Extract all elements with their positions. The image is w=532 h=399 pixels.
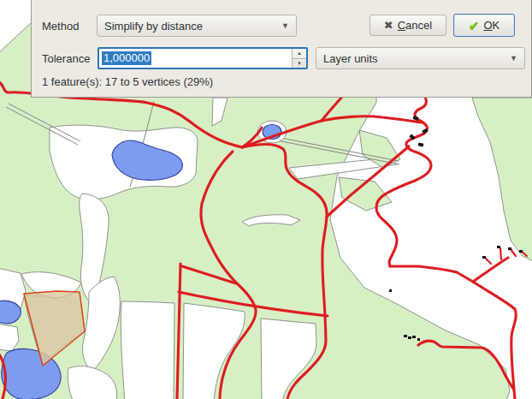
units-dropdown[interactable]: Layer units ▼: [316, 47, 525, 69]
method-dropdown[interactable]: Simplify by distance ▼: [97, 15, 297, 37]
spin-up-icon[interactable]: ▲: [293, 49, 306, 59]
status-text: 1 feature(s): 17 to 5 vertices (29%): [42, 75, 213, 88]
ok-button[interactable]: ✔ OK: [453, 14, 515, 37]
ok-button-label: OK: [483, 19, 499, 32]
application-window: Method Simplify by distance ▼ ✖ Cancel ✔…: [0, 0, 532, 399]
tolerance-value: 1,000000: [102, 51, 151, 65]
tolerance-spinbox[interactable]: 1,000000 ▲ ▼: [98, 47, 308, 69]
units-dropdown-value: Layer units: [323, 52, 505, 65]
cancel-button[interactable]: ✖ Cancel: [369, 15, 446, 36]
chevron-down-icon: ▼: [281, 21, 289, 30]
cancel-button-label: Cancel: [398, 19, 432, 32]
method-dropdown-value: Simplify by distance: [104, 20, 276, 33]
method-label: Method: [42, 20, 79, 33]
spin-down-icon[interactable]: ▼: [293, 59, 306, 68]
simplify-feature-dialog: Method Simplify by distance ▼ ✖ Cancel ✔…: [31, 0, 532, 98]
cross-icon: ✖: [384, 19, 393, 32]
tolerance-label: Tolerance: [42, 52, 90, 65]
check-icon: ✔: [469, 18, 480, 33]
chevron-down-icon: ▼: [510, 54, 517, 63]
